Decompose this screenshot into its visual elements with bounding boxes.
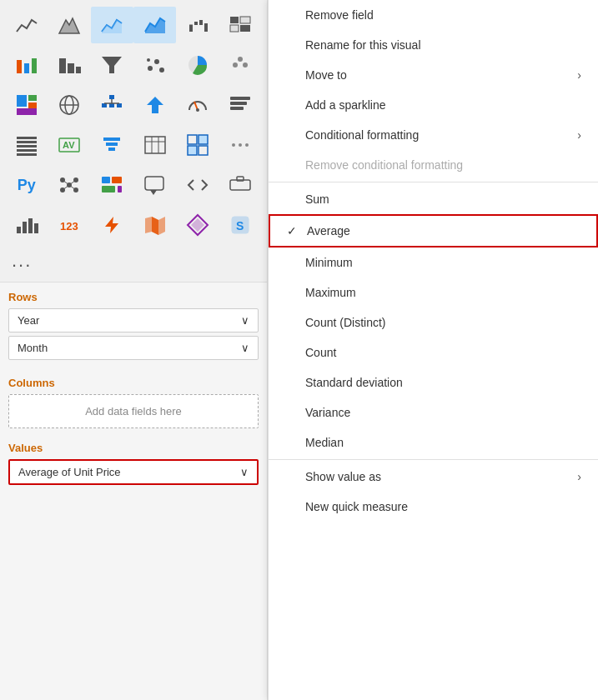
- move-label: Move to: [305, 68, 577, 82]
- separator-2: [269, 459, 598, 460]
- list-icon[interactable]: [5, 127, 48, 163]
- svg-point-22: [147, 58, 150, 62]
- menu-move-to[interactable]: Move to ›: [269, 60, 598, 90]
- line-chart-icon[interactable]: [5, 7, 48, 43]
- svg-marker-91: [152, 217, 158, 235]
- separator-1: [269, 182, 598, 182]
- svg-rect-15: [59, 58, 66, 73]
- bar2-icon[interactable]: [5, 207, 48, 243]
- waterfall-chart-icon[interactable]: [176, 7, 219, 43]
- more-options-dots[interactable]: ...: [5, 247, 262, 275]
- columns-title: Columns: [8, 377, 259, 389]
- svg-rect-30: [17, 108, 37, 115]
- svg-line-73: [69, 180, 76, 185]
- ribbon-chart-icon[interactable]: [5, 47, 48, 83]
- svg-rect-5: [199, 20, 203, 25]
- icon-row-2: [5, 47, 262, 83]
- menu-sum[interactable]: Sum: [269, 184, 598, 214]
- menu-remove-field[interactable]: Remove field: [269, 0, 598, 30]
- funnel-icon[interactable]: [91, 127, 133, 163]
- svg-rect-79: [118, 186, 122, 192]
- quick-measure-label: New quick measure: [305, 500, 581, 513]
- menu-new-quick-measure[interactable]: New quick measure: [269, 492, 598, 522]
- navigation-icon[interactable]: [133, 87, 176, 123]
- menu-add-sparkline[interactable]: Add a sparkline: [269, 90, 598, 120]
- more-row5-icon[interactable]: [219, 167, 262, 203]
- svg-point-65: [239, 143, 242, 147]
- add-data-field[interactable]: Add data fields here: [8, 394, 259, 428]
- filter-icon[interactable]: [91, 47, 133, 83]
- hierarchy-icon[interactable]: [91, 87, 133, 123]
- line-area-chart-icon[interactable]: [91, 7, 133, 43]
- cluster-icon[interactable]: [91, 167, 133, 203]
- average-unit-price-field[interactable]: Average of Unit Price ∨: [8, 459, 259, 485]
- columns-section: Columns Add data fields here: [0, 368, 267, 433]
- menu-count-distinct[interactable]: Count (Distinct): [269, 308, 598, 338]
- lightning-icon[interactable]: [91, 207, 133, 243]
- svg-rect-60: [188, 135, 197, 144]
- menu-count[interactable]: Count: [269, 338, 598, 368]
- menu-standard-deviation[interactable]: Standard deviation: [269, 368, 598, 398]
- sparkline-label: Add a sparkline: [305, 98, 581, 112]
- more-row1-icon[interactable]: [219, 7, 262, 43]
- std-label: Standard deviation: [305, 376, 581, 389]
- icon-grid: AV: [0, 0, 267, 282]
- map-icon[interactable]: [133, 207, 176, 243]
- treemap-icon[interactable]: [5, 87, 48, 123]
- svg-line-72: [63, 180, 69, 185]
- svg-rect-48: [17, 145, 37, 148]
- month-field[interactable]: Month ∨: [8, 336, 259, 360]
- svg-rect-4: [194, 22, 198, 25]
- menu-median[interactable]: Median: [269, 428, 598, 458]
- move-arrow: ›: [577, 68, 581, 82]
- median-label: Median: [305, 436, 581, 449]
- more-row3-icon[interactable]: [219, 87, 262, 123]
- svg-rect-3: [189, 25, 193, 32]
- code-icon[interactable]: [176, 167, 219, 203]
- mountain-chart-icon[interactable]: [48, 7, 90, 43]
- svg-marker-0: [59, 18, 79, 33]
- more-row4-icon[interactable]: [219, 127, 262, 163]
- svg-rect-86: [28, 218, 33, 233]
- svg-rect-6: [204, 23, 208, 32]
- av-icon[interactable]: AV: [48, 127, 90, 163]
- icon-row-3: [5, 87, 262, 123]
- menu-rename-visual[interactable]: Rename for this visual: [269, 30, 598, 60]
- menu-maximum[interactable]: Maximum: [269, 278, 598, 308]
- average-label: Average: [307, 224, 580, 238]
- more-row2-icon[interactable]: [219, 47, 262, 83]
- svg-rect-82: [230, 180, 250, 190]
- menu-average[interactable]: ✓ Average: [270, 216, 596, 246]
- speech-icon[interactable]: [133, 167, 176, 203]
- svg-rect-43: [230, 97, 250, 100]
- remove-cf-label: Remove conditional formatting: [305, 158, 581, 172]
- menu-conditional-formatting[interactable]: Conditional formatting ›: [269, 120, 598, 150]
- svg-text:AV: AV: [63, 140, 75, 150]
- bar-chart-icon[interactable]: [48, 47, 90, 83]
- table-icon[interactable]: [133, 127, 176, 163]
- svg-rect-8: [230, 17, 239, 23]
- pie-chart-icon[interactable]: [176, 47, 219, 83]
- s-icon[interactable]: S: [219, 207, 262, 243]
- svg-rect-62: [188, 146, 197, 155]
- month-field-label: Month: [18, 342, 48, 354]
- number-icon[interactable]: 123: [48, 207, 90, 243]
- icon-row-5: Py: [5, 167, 262, 203]
- node-chart-icon[interactable]: [48, 167, 90, 203]
- menu-show-value-as[interactable]: Show value as ›: [269, 462, 598, 492]
- area-chart-icon[interactable]: [133, 7, 176, 43]
- python-icon[interactable]: Py: [5, 167, 48, 203]
- matrix-icon[interactable]: [176, 127, 219, 163]
- diamond-icon[interactable]: [176, 207, 219, 243]
- svg-rect-12: [17, 60, 22, 73]
- globe-icon[interactable]: [48, 87, 90, 123]
- left-panel: AV: [0, 0, 268, 700]
- menu-minimum[interactable]: Minimum: [269, 248, 598, 278]
- remove-field-label: Remove field: [305, 8, 581, 22]
- menu-variance[interactable]: Variance: [269, 398, 598, 428]
- year-field[interactable]: Year ∨: [8, 308, 259, 332]
- svg-rect-63: [198, 146, 208, 155]
- gauge-icon[interactable]: [176, 87, 219, 123]
- scatter-chart-icon[interactable]: [133, 47, 176, 83]
- svg-point-66: [245, 143, 249, 147]
